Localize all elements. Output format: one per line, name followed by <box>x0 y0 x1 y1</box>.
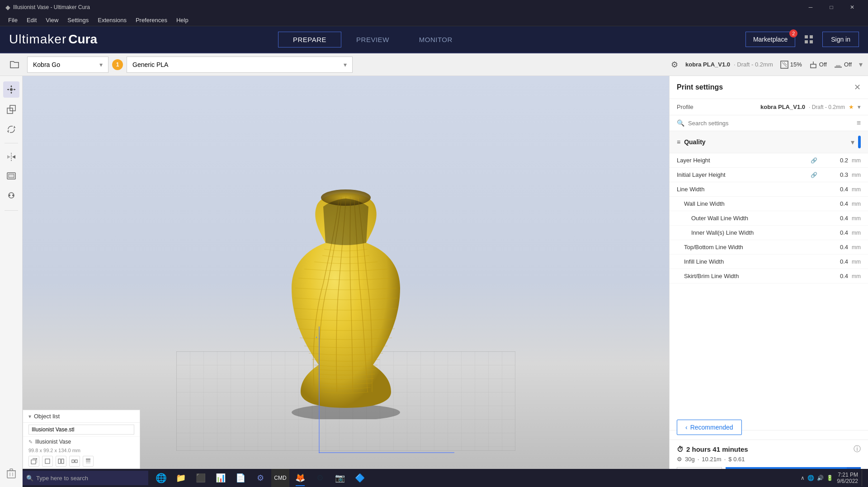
layer-height-value[interactable]: 0.2 <box>821 157 848 164</box>
taskbar-app-firefox[interactable]: 🦊 <box>291 469 309 487</box>
tab-prepare[interactable]: PREPARE <box>278 32 341 47</box>
taskbar-search[interactable]: 🔍 Type here to search <box>22 471 148 485</box>
grid-icon[interactable] <box>801 31 817 47</box>
svg-rect-50 <box>86 460 90 462</box>
menu-edit[interactable]: Edit <box>22 14 41 26</box>
line-width-value[interactable]: 0.4 <box>821 186 848 193</box>
show-desktop-button[interactable] <box>862 470 864 486</box>
outer-wall-line-width-value[interactable]: 0.4 <box>821 215 848 222</box>
section-title-wrap: ≡ Quality <box>677 138 706 146</box>
svg-rect-3 <box>810 40 813 43</box>
obj-tool-merge[interactable] <box>69 456 80 467</box>
rotate-tool[interactable] <box>3 121 19 137</box>
tray-sound-icon[interactable]: 🔊 <box>817 475 824 481</box>
material-select[interactable]: Generic PLA ▾ <box>127 57 353 73</box>
support-tool[interactable] <box>3 169 19 185</box>
taskbar-app-cmd[interactable]: CMD <box>271 469 289 487</box>
inner-wall-line-width-value[interactable]: 0.4 <box>821 229 848 236</box>
taskbar-app-steam[interactable]: ⚙ <box>311 469 329 487</box>
infill-line-width-value[interactable]: 0.4 <box>821 258 848 265</box>
paint-tool[interactable] <box>3 189 19 205</box>
recommended-label: Recommended <box>690 424 733 431</box>
print-duration: 2 hours 41 minutes <box>686 445 748 453</box>
taskbar-app-camera[interactable]: 📷 <box>331 469 349 487</box>
menu-extensions[interactable]: Extensions <box>93 14 131 26</box>
taskbar-app-other[interactable]: 🔷 <box>351 469 369 487</box>
outer-wall-line-width-label: Outer Wall Line Width <box>677 215 811 222</box>
vase-3d <box>251 184 441 419</box>
obj-tool-3d[interactable] <box>28 456 39 467</box>
scale-tool[interactable] <box>3 101 19 118</box>
logo-ultimaker: Ultimaker <box>9 32 66 47</box>
app-icon: ◆ <box>5 4 10 11</box>
marketplace-button[interactable]: Marketplace 2 <box>745 32 795 47</box>
tray-battery-icon[interactable]: 🔋 <box>826 475 833 481</box>
menu-view[interactable]: View <box>41 14 63 26</box>
axis-x-line <box>319 452 454 453</box>
obj-tool-flat[interactable] <box>42 456 53 467</box>
initial-layer-height-link-icon[interactable]: 🔗 <box>811 172 817 178</box>
section-color-bar <box>858 136 861 148</box>
tab-preview[interactable]: PREVIEW <box>341 32 404 47</box>
taskbar-app-word[interactable]: 📄 <box>231 469 250 487</box>
taskbar-app-excel[interactable]: 📊 <box>212 469 230 487</box>
initial-layer-height-value[interactable]: 0.3 <box>821 171 848 178</box>
profile-suffix: · Draft - 0.2mm <box>734 61 773 68</box>
minimize-button[interactable]: ─ <box>800 0 821 14</box>
layer-height-link-icon[interactable]: 🔗 <box>811 157 817 164</box>
stats-icon: ⚙ <box>677 456 682 463</box>
obj-tool-layer[interactable] <box>83 456 94 467</box>
taskbar-app-edge[interactable]: 🌐 <box>152 469 170 487</box>
print-info-icon[interactable]: ⓘ <box>854 444 861 454</box>
support-area: Off <box>809 61 827 69</box>
wall-line-width-value[interactable]: 0.4 <box>821 200 848 207</box>
svg-rect-45 <box>61 459 64 463</box>
tray-chevron-icon[interactable]: ∧ <box>801 475 805 481</box>
section-chevron-icon[interactable]: ▾ <box>851 138 854 147</box>
header-right-controls: Marketplace 2 Sign in <box>745 31 859 47</box>
object-list-header[interactable]: ▾ Object list <box>23 410 140 423</box>
print-settings-panel: Print settings ✕ Profile kobra PLA_V1.0 … <box>669 76 868 487</box>
delete-tool[interactable] <box>3 465 19 482</box>
close-print-settings-button[interactable]: ✕ <box>854 82 861 92</box>
setting-initial-layer-height: Initial Layer Height 🔗 0.3 mm <box>670 168 868 182</box>
taskbar-app-discord[interactable]: ⚙ <box>251 469 269 487</box>
marketplace-badge: 2 <box>789 29 797 38</box>
skirt-brim-line-width-value[interactable]: 0.4 <box>821 273 848 279</box>
maximize-button[interactable]: □ <box>821 0 842 14</box>
menu-preferences[interactable]: Preferences <box>131 14 172 26</box>
top-bottom-line-width-value[interactable]: 0.4 <box>821 244 848 251</box>
tray-network-icon[interactable]: 🌐 <box>807 475 814 481</box>
menu-settings[interactable]: Settings <box>63 14 93 26</box>
toolbar-strip: Kobra Go ▾ 1 Generic PLA ▾ ⚙ kobra PLA_V… <box>0 53 868 76</box>
profile-star-icon[interactable]: ★ <box>849 104 854 110</box>
mirror-tool[interactable] <box>3 149 19 165</box>
menu-file[interactable]: File <box>4 14 22 26</box>
print-length: 10.21m <box>702 456 721 463</box>
open-folder-button[interactable] <box>5 56 24 74</box>
object-list-label: Object list <box>34 413 60 420</box>
print-time-row: ⏱ 2 hours 41 minutes ⓘ <box>677 444 861 454</box>
tab-monitor[interactable]: MONITOR <box>404 32 467 47</box>
obj-tool-split[interactable] <box>56 456 66 467</box>
section-controls: ▾ <box>851 136 861 148</box>
profile-name-value: kobra PLA_V1.0 <box>760 104 805 110</box>
object-filename-input[interactable] <box>28 425 134 435</box>
settings-icon[interactable]: ⚙ <box>671 60 678 70</box>
close-button[interactable]: ✕ <box>842 0 863 14</box>
svg-marker-17 <box>10 92 12 94</box>
printer-select[interactable]: Kobra Go ▾ <box>27 57 108 73</box>
move-tool[interactable] <box>3 81 19 98</box>
signin-button[interactable]: Sign in <box>822 32 859 47</box>
search-settings-input[interactable] <box>688 120 853 127</box>
profile-chevron-icon[interactable]: ▾ <box>858 104 861 110</box>
taskbar-app-terminal[interactable]: ⬛ <box>192 469 210 487</box>
taskbar-app-explorer[interactable]: 📁 <box>172 469 190 487</box>
quality-section-header[interactable]: ≡ Quality ▾ <box>670 131 868 153</box>
svg-rect-1 <box>810 35 813 38</box>
recommended-button[interactable]: ‹ Recommended <box>677 420 742 435</box>
system-clock[interactable]: 7:21 PM 9/6/2022 <box>837 472 858 484</box>
menu-lines-icon[interactable]: ≡ <box>857 119 861 127</box>
menu-help[interactable]: Help <box>172 14 193 26</box>
object-dimensions: 99.8 x 99.2 x 134.0 mm <box>23 447 140 454</box>
